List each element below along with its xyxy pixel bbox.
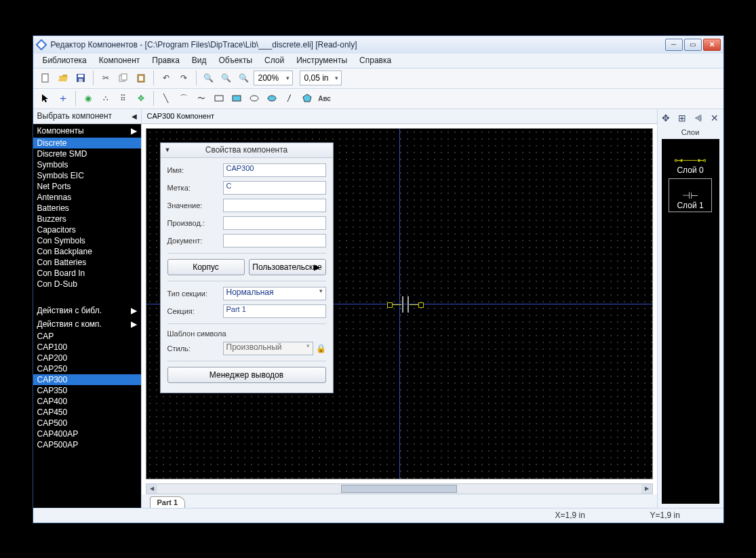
undo-icon[interactable]: ↶ [158,70,174,86]
redo-icon[interactable]: ↷ [176,70,192,86]
library-item[interactable]: Con Backplane [33,246,141,257]
menu-objects[interactable]: Объекты [214,54,258,66]
ellipse-icon[interactable] [246,90,262,106]
menu-view[interactable]: Вид [186,54,212,66]
ellipse-fill-icon[interactable] [264,90,280,106]
pin-manager-button[interactable]: Менеджер выводов [167,367,326,383]
arc-icon[interactable]: ⌒ [176,90,192,106]
library-item[interactable]: Net Ports [33,181,141,192]
user-fields-button[interactable]: Пользовательские▶ [249,259,326,275]
menu-layer[interactable]: Слой [259,54,290,66]
crosshair-icon[interactable]: ＋ [55,90,71,106]
status-x: X=1,9 in [555,511,623,520]
library-item[interactable]: Symbols EIC [33,170,141,181]
library-item[interactable]: Con Batteries [33,257,141,268]
layers-list[interactable]: ⊶──⊷ Слой 0 ⊣⊢ Слой 1 [662,139,719,504]
canvas[interactable]: ▼ Свойства компонента Имя:CAP300 Метка:C… [146,128,653,479]
paste-icon[interactable] [133,70,149,86]
layer-0-thumb[interactable]: ⊶──⊷ Слой 0 [669,143,712,177]
dots3-icon[interactable]: ∴ [98,90,114,106]
library-list[interactable]: DiscreteDiscrete SMDSymbolsSymbols EICNe… [33,138,141,304]
mark-input[interactable]: C [223,181,326,195]
capacitor-symbol [389,296,422,313]
library-item[interactable]: Buzzers [33,214,141,224]
rect-icon[interactable] [211,90,227,106]
component-item[interactable]: CAP400 [33,396,141,407]
measure-icon[interactable]: ⊞ [675,111,689,125]
polygon-icon[interactable] [299,90,315,106]
component-item[interactable]: CAP500 [33,418,141,429]
text-icon[interactable]: Авс [317,90,333,106]
copy-icon[interactable] [115,70,132,86]
component-item[interactable]: CAP300 [33,374,141,385]
mfg-input[interactable] [223,216,326,230]
component-item[interactable]: CAP250 [33,363,141,374]
library-item[interactable]: Antennas [33,192,141,203]
maximize-button[interactable]: ▭ [684,39,702,51]
zoom-in-icon[interactable]: 🔍 [201,70,217,86]
package-button[interactable]: Корпус [167,259,245,275]
component-item[interactable]: CAP200 [33,353,141,363]
cut-icon[interactable]: ✂ [98,70,114,86]
curve-icon[interactable]: 〜 [193,90,210,106]
component-item[interactable]: CAP450 [33,407,141,418]
new-icon[interactable] [37,70,54,86]
menu-component[interactable]: Компонент [94,54,146,66]
value-input[interactable] [223,199,326,212]
library-item[interactable]: Symbols [33,159,141,170]
grid-select[interactable]: 0,05 in [300,71,342,85]
component-item[interactable]: CAP400AP [33,429,141,439]
line-icon[interactable]: ╲ [158,90,174,106]
tab-part1[interactable]: Part 1 [150,496,186,508]
save-icon[interactable] [73,70,89,86]
main-toolbar: ✂ ↶ ↷ 🔍 🔍 🔍 200% 0,05 in [33,68,723,89]
actions-component-header[interactable]: Действия с комп.▶ [33,317,141,331]
select-component-header[interactable]: Выбрать компонент◀ [33,109,141,124]
menu-edit[interactable]: Правка [146,54,185,66]
component-item[interactable]: CAP350 [33,385,141,396]
close-button[interactable]: ✕ [703,39,721,51]
minimize-button[interactable]: ─ [665,39,683,51]
menu-tools[interactable]: Инструменты [291,54,353,66]
pointer-icon[interactable] [37,90,54,106]
library-item[interactable]: Discrete SMD [33,148,141,159]
horizontal-scrollbar[interactable]: ◀▶ [146,483,653,494]
grid-dots-icon[interactable]: ⠿ [115,90,132,106]
layers-title: Слои [658,127,723,138]
svg-rect-9 [139,76,143,81]
component-item[interactable]: CAP500AP [33,439,141,450]
pan-icon[interactable]: ✥ [659,111,673,125]
layer-1-thumb[interactable]: ⊣⊢ Слой 1 [669,178,712,212]
name-input[interactable]: CAP300 [223,163,326,177]
menu-library[interactable]: Библиотека [37,54,92,66]
menu-help[interactable]: Справка [354,54,397,66]
svg-rect-7 [121,74,127,80]
library-item[interactable]: Con Board In [33,268,141,279]
snap-icon[interactable]: ⫷ [692,111,705,125]
component-item[interactable]: CAP [33,331,141,342]
move-icon[interactable]: ✥ [133,90,149,106]
component-title: CAP300 Компонент [142,109,657,124]
rect-fill-icon[interactable] [228,90,245,106]
close-layer-icon[interactable]: ✕ [708,111,721,125]
library-item[interactable]: Discrete [33,138,141,148]
open-icon[interactable] [55,70,71,86]
zoom-out-icon[interactable]: 🔍 [218,70,235,86]
library-item[interactable]: Con Symbols [33,235,141,246]
zoom-select[interactable]: 200% [254,71,293,85]
section-input[interactable]: Part 1 [223,304,326,318]
section-type-select[interactable]: Нормальная▾ [223,287,326,300]
component-item[interactable]: CAP100 [33,342,141,353]
svg-point-12 [250,96,258,101]
properties-title[interactable]: ▼ Свойства компонента [161,143,333,158]
zoom-window-icon[interactable]: 🔍 [236,70,252,86]
library-item[interactable]: Con D-Sub [33,279,141,290]
components-header[interactable]: Компоненты▶ [33,124,141,138]
actions-library-header[interactable]: Действия с библ.▶ [33,304,141,317]
library-item[interactable]: Capacitors [33,224,141,235]
library-item[interactable]: Batteries [33,203,141,214]
polyline-icon[interactable]: 〳 [281,90,298,106]
component-list[interactable]: CAPCAP100CAP200CAP250CAP300CAP350CAP400C… [33,331,141,508]
origin-icon[interactable]: ◉ [80,90,96,106]
doc-input[interactable] [223,234,326,247]
